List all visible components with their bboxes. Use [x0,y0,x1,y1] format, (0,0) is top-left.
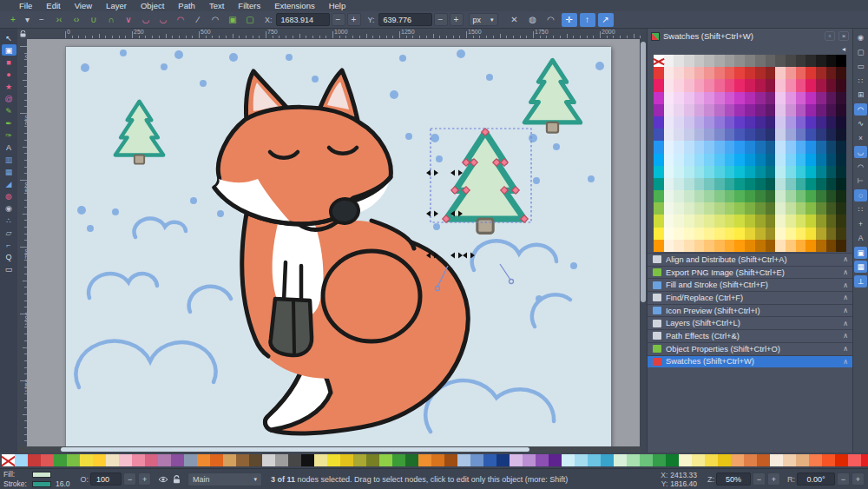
palette-swatch[interactable] [158,454,171,466]
swatch-cell[interactable] [796,92,806,104]
swatch-cell[interactable] [725,104,735,116]
swatch-cell[interactable] [664,154,674,166]
snap-text-baseline-toggle[interactable]: A [854,232,867,244]
swatch-cell[interactable] [816,215,826,227]
horizontal-scrollbar-thumb[interactable] [61,447,529,452]
swatch-cell[interactable] [694,116,705,129]
swatch-cell[interactable] [816,79,826,91]
line-segment-button[interactable]: ∕ [190,13,206,27]
swatch-cell[interactable] [766,228,776,240]
swatch-cell[interactable] [766,92,776,104]
swatch-cell[interactable] [836,228,846,240]
pen-tool[interactable]: ✒ [2,117,16,129]
swatch-cell[interactable] [766,190,776,202]
swatch-cell[interactable] [806,166,816,178]
panel-close-button[interactable]: × [838,31,849,41]
palette-swatch[interactable] [601,454,614,466]
swatch-cell[interactable] [704,154,714,166]
swatch-cell[interactable] [806,154,816,166]
swatch-cell[interactable] [826,79,837,91]
palette-swatch[interactable] [510,454,523,466]
swatch-cell[interactable] [725,166,735,178]
swatch-cell[interactable] [836,79,846,91]
dock-row-icon[interactable]: Icon Preview (Shift+Ctrl+I)∧ [648,304,853,317]
palette-swatch[interactable] [692,454,705,466]
swatch-cell[interactable] [745,104,755,116]
swatch-cell[interactable] [755,166,766,178]
swatch-cell[interactable] [734,141,745,153]
swatch-cell[interactable] [836,190,846,202]
opacity-increment-button[interactable]: + [138,472,151,486]
swatch-cell[interactable] [816,67,826,79]
swatch-cell[interactable] [704,79,714,91]
opacity-decrement-button[interactable]: − [123,472,136,486]
swatch-cell[interactable] [664,104,674,116]
palette-swatch[interactable] [275,454,288,466]
swatch-cell[interactable] [786,202,796,215]
delete-node-button[interactable]: − [34,13,49,27]
swatch-cell[interactable] [816,190,826,202]
swatch-cell[interactable] [806,79,816,91]
menu-help[interactable]: Help [322,1,353,10]
swatch-cell[interactable] [704,55,714,67]
swatch-cell[interactable] [654,104,664,116]
palette-swatch[interactable] [523,454,536,466]
snap-path-intersections-toggle[interactable]: × [854,132,867,144]
palette-swatch[interactable] [770,454,783,466]
swatch-cell[interactable] [664,67,674,79]
horizontal-ruler[interactable]: 0250500750100012501500175020002250 [17,29,641,39]
next-path-effect-toggle[interactable]: ◠ [543,13,559,27]
swatch-cell[interactable] [775,190,786,202]
swatch-cell[interactable] [786,55,796,67]
palette-swatch[interactable] [184,454,197,466]
palette-swatch[interactable] [614,454,627,466]
swatch-cell[interactable] [694,129,705,141]
x-coordinate-input[interactable]: 1683.914 [276,13,330,26]
swatch-cell[interactable] [654,67,664,79]
palette-swatch[interactable] [67,454,80,466]
swatch-cell[interactable] [704,166,714,178]
swatch-cell[interactable] [654,228,664,240]
swatches-panel-header[interactable]: Swatches (Shift+Ctrl+W) ▫ × [648,29,852,43]
swatch-cell[interactable] [725,92,735,104]
swatch-cell[interactable] [654,215,664,227]
swatch-cell[interactable] [725,240,735,252]
swatch-cell[interactable] [745,202,755,215]
swatch-cell[interactable] [755,154,766,166]
swatch-cell[interactable] [766,141,776,153]
swatch-cell[interactable] [826,141,837,153]
swatch-cell[interactable] [664,228,674,240]
edit-clip-path-toggle[interactable]: ✕ [507,13,523,27]
menu-object[interactable]: Object [134,1,171,10]
swatch-cell[interactable] [745,166,755,178]
dock-row-findreplace[interactable]: Find/Replace (Ctrl+F)∧ [648,291,853,304]
rotation-increment-button[interactable]: + [852,472,865,486]
show-bezier-handles-toggle[interactable]: ↑ [580,13,595,27]
swatch-cell[interactable] [796,240,806,252]
swatch-cell[interactable] [694,79,705,91]
swatch-cell[interactable] [755,92,766,104]
symmetric-node-button[interactable]: ◡ [155,13,171,27]
swatch-cell[interactable] [816,104,826,116]
swatch-cell[interactable] [775,228,786,240]
palette-swatch[interactable] [340,454,353,466]
palette-swatch[interactable] [197,454,210,466]
zoom-decrement-button[interactable]: − [753,472,766,486]
swatch-cell[interactable] [684,202,694,215]
swatch-cell[interactable] [745,129,755,141]
swatch-cell[interactable] [766,129,776,141]
swatch-cell[interactable] [766,202,776,215]
swatch-cell[interactable] [745,178,755,190]
vertical-scrollbar-thumb[interactable] [641,42,646,302]
connector-tool[interactable]: ⌐ [2,239,16,250]
swatch-cell[interactable] [745,215,755,227]
spiral-tool[interactable]: @ [2,93,16,104]
opacity-input[interactable]: 100 [90,472,122,486]
swatch-cell[interactable] [654,129,664,141]
swatch-cell[interactable] [684,55,694,67]
palette-swatch[interactable] [431,454,444,466]
dock-row-swatches[interactable]: Swatches (Shift+Ctrl+W)∧ [648,355,853,368]
swatch-cell[interactable] [684,154,694,166]
swatch-cell[interactable] [725,67,735,79]
swatch-cell[interactable] [734,116,745,129]
